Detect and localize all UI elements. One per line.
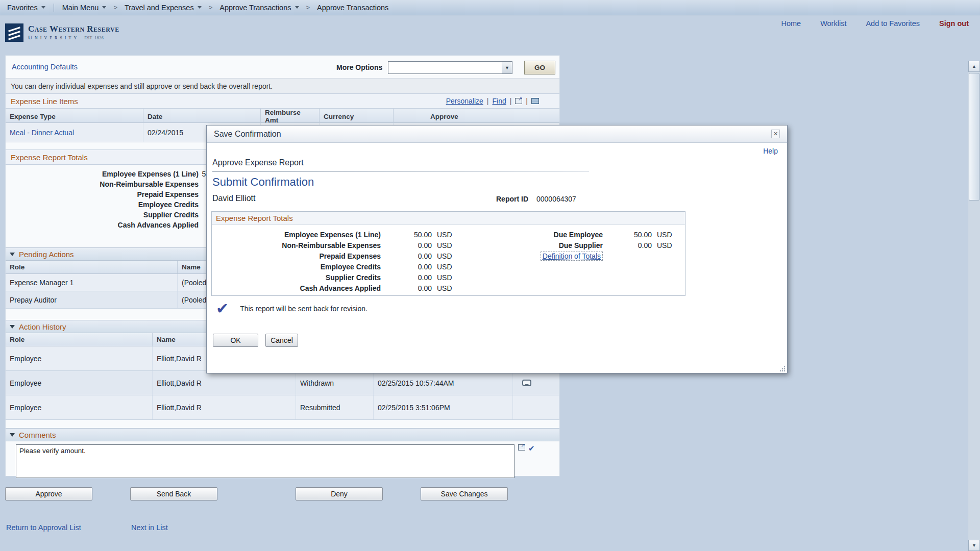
total-value: 50.00: [381, 231, 432, 239]
breadcrumb-label: Travel and Expenses: [125, 4, 194, 12]
pending-actions-title: Pending Actions: [19, 250, 74, 259]
datetime-cell: 02/25/2015 10:57:44AM: [374, 371, 513, 395]
save-confirmation-modal: Save Confirmation ✕ Help Approve Expense…: [206, 125, 788, 373]
main-menu-label: Main Menu: [62, 4, 99, 12]
find-link[interactable]: Find: [492, 97, 506, 105]
collapse-triangle-icon[interactable]: [10, 325, 15, 329]
university-logo-icon: [5, 23, 23, 42]
total-label: Due Supplier: [465, 241, 603, 249]
save-changes-button[interactable]: Save Changes: [421, 487, 508, 500]
modal-totals-title: Expense Report Totals: [212, 212, 685, 225]
help-link[interactable]: Help: [763, 147, 778, 155]
currency-code: USD: [437, 273, 452, 282]
action-cell: Withdrawn: [296, 371, 374, 395]
comments-textarea[interactable]: Please verify amount.: [16, 444, 514, 478]
header-links: Home Worklist Add to Favorites Sign out: [781, 19, 969, 28]
vertical-scrollbar[interactable]: ▲ ▼: [968, 61, 980, 551]
more-options-label: More Options: [336, 63, 382, 71]
column-header-date: Date: [143, 109, 261, 124]
name-cell: Elliott,David R: [153, 371, 296, 395]
collapse-triangle-icon[interactable]: [10, 433, 15, 437]
sign-out-link[interactable]: Sign out: [939, 19, 969, 28]
role-cell: Employee: [6, 346, 153, 370]
currency-code: USD: [437, 252, 452, 260]
currency-code: USD: [657, 241, 672, 249]
column-header-expense-type: Expense Type: [6, 109, 143, 124]
total-label: Supplier Credits: [215, 273, 381, 282]
total-label: Supplier Credits: [6, 211, 199, 219]
column-header-role: Role: [6, 261, 178, 273]
return-to-approval-list-link[interactable]: Return to Approval List: [6, 523, 81, 532]
worklist-link[interactable]: Worklist: [820, 19, 846, 28]
collapse-triangle-icon[interactable]: [10, 253, 15, 256]
breadcrumb-label: Approve Transactions: [317, 4, 388, 12]
separator: |: [526, 97, 528, 105]
more-options-select[interactable]: ▼: [388, 61, 512, 74]
total-label: Employee Credits: [215, 263, 381, 271]
top-navigation-bar: Favorites Main Menu > Travel and Expense…: [0, 0, 980, 15]
action-history-row: Employee Elliott,David R Withdrawn 02/25…: [6, 371, 559, 395]
expand-icon[interactable]: [518, 444, 525, 450]
nav-divider: [54, 4, 54, 12]
breadcrumb-current-page: Approve Transactions: [317, 4, 388, 12]
send-back-button[interactable]: Send Back: [130, 487, 217, 500]
definition-of-totals-link[interactable]: Definition of Totals: [541, 252, 603, 261]
personalize-link[interactable]: Personalize: [446, 97, 483, 105]
instruction-bar: You can deny individual expenses and sti…: [6, 78, 559, 93]
dropdown-arrow-icon: [295, 6, 299, 9]
grid-action-links: Personalize | Find | |: [446, 97, 554, 105]
currency-code: USD: [657, 231, 672, 239]
page-toolbar: Accounting Defaults More Options ▼ GO: [6, 56, 559, 78]
total-value: 0.00: [603, 241, 652, 249]
scrollbar-thumb[interactable]: [969, 73, 979, 201]
expense-type-link[interactable]: Meal - Dinner Actual: [10, 129, 74, 137]
dropdown-arrow-icon: [198, 6, 202, 9]
expense-line-items-title: Expense Line Items: [11, 97, 78, 106]
header-divider: [212, 171, 589, 172]
university-logo: Case Western Reserve University EST. 182…: [5, 23, 119, 42]
popout-icon[interactable]: [515, 98, 522, 104]
spellcheck-icon[interactable]: ✔: [528, 444, 535, 452]
comment-bubble-icon[interactable]: [522, 380, 531, 386]
column-header-currency: Currency: [320, 109, 394, 124]
total-label: Non-Reimbursable Expenses: [215, 241, 381, 249]
submit-confirmation-heading: Submit Confirmation: [212, 176, 314, 189]
next-in-list-link[interactable]: Next in List: [131, 523, 168, 532]
approve-button[interactable]: Approve: [5, 487, 92, 500]
report-id-label: Report ID: [496, 195, 528, 203]
total-label: Employee Expenses (1 Line): [6, 170, 199, 178]
approve-expense-report-header: Approve Expense Report: [212, 158, 304, 167]
home-link[interactable]: Home: [781, 19, 801, 28]
total-label: Cash Advances Applied: [6, 221, 199, 229]
breadcrumb-approve-transactions[interactable]: Approve Transactions: [219, 4, 299, 12]
favorites-menu[interactable]: Favorites: [7, 4, 45, 12]
resize-handle-icon[interactable]: [784, 370, 785, 371]
scroll-up-icon[interactable]: ▲: [968, 61, 980, 72]
add-to-favorites-link[interactable]: Add to Favorites: [866, 19, 920, 28]
scroll-down-icon[interactable]: ▼: [968, 540, 980, 551]
modal-body: Help Approve Expense Report Submit Confi…: [207, 143, 787, 373]
go-button[interactable]: GO: [524, 61, 555, 74]
grid-download-icon[interactable]: [531, 98, 539, 104]
expense-line-items-header: Expense Line Items Personalize | Find | …: [6, 93, 559, 109]
main-menu[interactable]: Main Menu: [62, 4, 107, 12]
modal-totals-box: Expense Report Totals Employee Expenses …: [211, 211, 685, 296]
breadcrumb-travel-expenses[interactable]: Travel and Expenses: [125, 4, 202, 12]
accounting-defaults-link[interactable]: Accounting Defaults: [12, 63, 78, 71]
close-icon[interactable]: ✕: [771, 130, 780, 138]
column-header-reimburse-amt: Reimburse Amt: [261, 109, 320, 124]
comment-cell: [513, 371, 559, 395]
comments-title: Comments: [19, 431, 56, 439]
modal-title-bar[interactable]: Save Confirmation ✕: [207, 126, 787, 143]
comment-cell: [513, 395, 559, 419]
column-header-approve: Approve: [394, 109, 559, 124]
logo-established: EST. 1826: [84, 36, 104, 41]
select-dropdown-icon[interactable]: ▼: [502, 62, 512, 73]
deny-button[interactable]: Deny: [296, 487, 383, 500]
datetime-cell: 02/25/2015 3:51:06PM: [374, 395, 513, 419]
currency-code: USD: [437, 241, 452, 249]
ok-button[interactable]: OK: [213, 334, 258, 347]
university-logo-text: Case Western Reserve University EST. 182…: [28, 24, 119, 40]
total-value: 50.00: [603, 231, 652, 239]
cancel-button[interactable]: Cancel: [265, 334, 298, 347]
